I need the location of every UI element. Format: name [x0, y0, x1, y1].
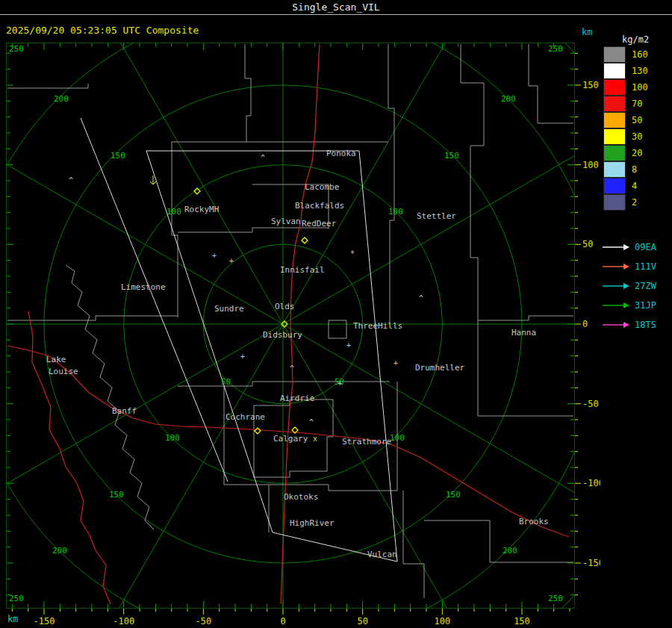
- x-axis-tick-label: 0: [280, 616, 285, 627]
- legend-value: 100: [632, 82, 648, 93]
- city-label: RedDeer: [302, 219, 337, 228]
- legend-value: 130: [632, 66, 648, 76]
- obs-marker: +: [212, 252, 217, 260]
- station-entry: 111V: [602, 257, 656, 276]
- range-ring-label: 200: [52, 546, 67, 556]
- radial-line: [283, 324, 575, 533]
- scan-timestamp: 2025/09/20 05:23:05 UTC Composite: [6, 25, 199, 36]
- radar-map-canvas[interactable]: 1001502002501001502002505010015020025050…: [6, 43, 575, 609]
- y-axis-canvas: 150100500-50-100-150: [575, 43, 600, 609]
- obs-marker: +: [393, 359, 398, 367]
- obs-marker: ^: [261, 154, 265, 162]
- county-boundary: [424, 520, 573, 562]
- scan-edge-line: [81, 118, 228, 482]
- station-arrow-icon: [602, 301, 630, 310]
- city-label: Stettler: [417, 211, 456, 221]
- x-axis-unit-label: km: [7, 614, 18, 624]
- range-ring-label: 100: [167, 207, 181, 217]
- station-id-label: 27ZW: [635, 281, 656, 291]
- city-label: Brooks: [519, 517, 549, 526]
- city-label: Okotoks: [284, 492, 318, 502]
- legend-value: 8: [632, 164, 637, 175]
- county-boundary: [7, 316, 178, 320]
- city-label: ThreeHills: [353, 321, 402, 331]
- radar-site-marker: [255, 428, 261, 434]
- legend-color-swatch: [603, 63, 626, 79]
- city-label: Innisfail: [280, 265, 325, 275]
- legend-value: 50: [632, 115, 642, 125]
- radial-line: [6, 115, 283, 324]
- station-arrow-icon: [602, 243, 630, 252]
- legend-value: 20: [632, 148, 642, 158]
- city-label: Didsbury: [263, 330, 302, 340]
- range-ring-label: 150: [444, 151, 459, 161]
- county-boundary: [7, 84, 88, 88]
- legend-entry: 50: [603, 112, 648, 128]
- y-axis-tick-label: -150: [582, 558, 600, 568]
- x-axis-tick-label: 150: [514, 616, 530, 627]
- city-label: Lacombe: [305, 182, 339, 192]
- legend-value: 2: [632, 197, 637, 208]
- legend-value: 70: [632, 99, 642, 109]
- station-id-label: 111V: [635, 261, 656, 272]
- station-entry: 09EA: [602, 237, 656, 257]
- range-ring-label: 250: [9, 594, 24, 603]
- station-arrow-icon: [602, 282, 630, 290]
- title-bar: Single_Scan_VIL: [0, 1, 672, 13]
- city-label: Drumheller: [415, 363, 465, 373]
- legend-entry: 100: [603, 79, 648, 96]
- county-boundary: [478, 316, 573, 320]
- legend-unit-label: kg/m2: [622, 34, 649, 45]
- legend-color-swatch: [603, 96, 626, 112]
- x-axis: -150-100-50050100150: [6, 609, 575, 628]
- obs-marker: ^: [419, 294, 423, 302]
- range-ring-label: 150: [446, 490, 461, 500]
- legend-entry: 8: [603, 161, 648, 178]
- range-ring-label: 250: [9, 44, 24, 54]
- city-label: Limestone: [121, 282, 166, 292]
- y-axis-tick-label: -100: [582, 478, 600, 488]
- legend-value: 30: [632, 131, 642, 142]
- range-ring-label: 100: [165, 433, 180, 443]
- city-label: HighRiver: [290, 518, 335, 528]
- obs-marker: +: [229, 257, 234, 265]
- y-axis-tick-label: 150: [582, 80, 599, 90]
- county-boundary: [461, 44, 484, 320]
- obs-marker: *: [350, 249, 355, 258]
- obs-marker: +: [337, 379, 342, 388]
- radar-app-window: Single_Scan_VIL 2025/09/20 05:23:05 UTC …: [0, 0, 672, 628]
- county-boundary: [403, 491, 424, 598]
- legend-entry: 130: [603, 63, 648, 79]
- range-ring-label: 150: [109, 490, 124, 500]
- obs-marker: ^: [309, 418, 314, 426]
- city-label: Hanna: [511, 328, 536, 338]
- radial-line: [74, 324, 283, 609]
- obs-marker: ^: [69, 176, 73, 184]
- radial-line: [74, 43, 283, 324]
- city-label: Louise: [49, 367, 78, 376]
- city-label: Banff: [112, 406, 137, 416]
- radar-map[interactable]: 1001502002501001502002505010015020025050…: [6, 43, 575, 609]
- station-entry: 27ZW: [602, 276, 656, 296]
- legend-color-swatch: [603, 178, 626, 194]
- city-label: Sylvan: [271, 217, 301, 226]
- legend-color-swatch: [603, 79, 626, 96]
- station-arrow-icon: [602, 262, 630, 271]
- legend-entry: 160: [603, 46, 648, 63]
- range-ring-label: 250: [548, 594, 563, 603]
- station-entry: 31JP: [602, 296, 656, 315]
- city-label: Strathmore: [342, 437, 391, 447]
- x-axis-canvas: -150-100-50050100150: [6, 609, 575, 628]
- station-arrow-head: [623, 244, 629, 250]
- obs-marker: +: [240, 352, 245, 361]
- county-boundary: [245, 44, 251, 142]
- range-ring-label: 200: [501, 94, 516, 104]
- station-arrow-head: [623, 302, 629, 308]
- legend-color-swatch: [603, 128, 626, 145]
- y-axis: 150100500-50-100-150: [575, 43, 600, 609]
- city-label: Olds: [275, 302, 295, 311]
- city-label: Lake: [46, 355, 66, 364]
- range-ring-label: 150: [111, 151, 125, 161]
- legend-entry: 2: [603, 194, 648, 211]
- legend-entry: 30: [603, 128, 648, 145]
